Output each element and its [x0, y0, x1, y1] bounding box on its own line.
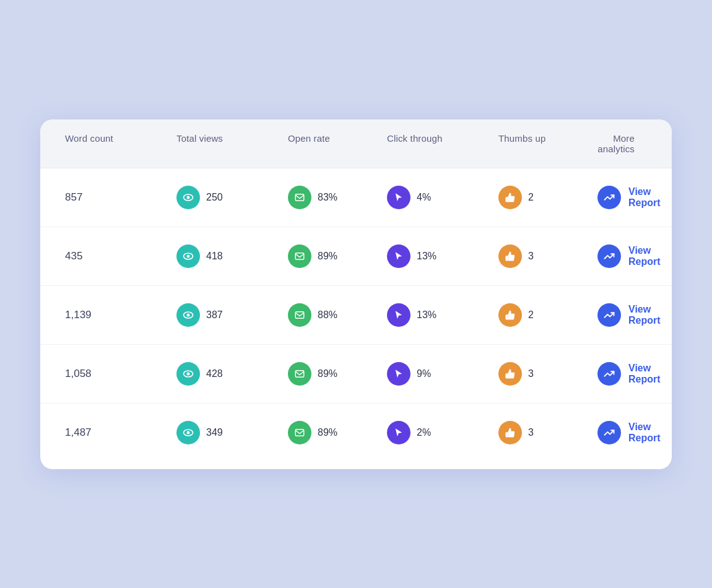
cell-word-count: 1,058 [65, 368, 176, 380]
thumbsup-icon [498, 244, 522, 268]
cell-word-count: 1,139 [65, 309, 176, 321]
table-row: 857 250 83% [40, 168, 672, 227]
word-count-value: 1,139 [65, 309, 92, 321]
word-count-value: 1,058 [65, 368, 92, 380]
cell-thumbs-up: 3 [498, 244, 597, 268]
total-views-value: 349 [206, 427, 223, 438]
svg-point-7 [187, 313, 190, 316]
envelope-icon [288, 303, 311, 327]
analytics-icon [597, 362, 621, 386]
eye-icon [176, 303, 200, 327]
cell-click-through: 13% [387, 303, 498, 327]
word-count-value: 1,487 [65, 426, 92, 439]
eye-icon [176, 186, 200, 209]
thumbs-up-value: 2 [528, 309, 534, 321]
table-body: 857 250 83% [40, 168, 672, 462]
cell-thumbs-up: 2 [498, 303, 597, 327]
thumbsup-icon [498, 421, 522, 444]
header-total-views: Total views [176, 133, 288, 154]
cursor-icon [387, 244, 410, 268]
cell-total-views: 418 [176, 244, 288, 268]
table-header: Word count Total views Open rate Click t… [40, 119, 672, 168]
click-through-value: 13% [417, 309, 436, 321]
cell-click-through: 9% [387, 362, 498, 386]
cell-view-report: View Report [597, 303, 661, 327]
svg-rect-2 [295, 194, 304, 201]
analytics-icon [597, 421, 621, 444]
cell-thumbs-up: 3 [498, 421, 597, 444]
cell-word-count: 857 [65, 191, 176, 204]
svg-point-4 [187, 254, 190, 257]
envelope-icon [288, 244, 311, 268]
total-views-value: 428 [206, 368, 223, 379]
thumbsup-icon [498, 362, 522, 386]
table-row: 1,058 428 89% [40, 345, 672, 404]
word-count-value: 435 [65, 250, 82, 262]
analytics-icon [597, 244, 621, 268]
cell-total-views: 349 [176, 421, 288, 444]
cell-view-report: View Report [597, 186, 661, 209]
envelope-icon [288, 186, 311, 209]
view-report-button[interactable]: View Report [628, 186, 661, 209]
analytics-table-card: Word count Total views Open rate Click t… [40, 119, 672, 469]
click-through-value: 9% [417, 368, 431, 379]
view-report-button[interactable]: View Report [628, 245, 661, 267]
cell-word-count: 1,487 [65, 426, 176, 439]
header-click-through: Click through [387, 133, 498, 154]
analytics-icon [597, 186, 621, 209]
total-views-value: 387 [206, 309, 223, 321]
svg-rect-14 [295, 429, 304, 436]
cell-total-views: 387 [176, 303, 288, 327]
view-report-button[interactable]: View Report [628, 363, 661, 385]
eye-icon [176, 362, 200, 386]
click-through-value: 4% [417, 192, 431, 203]
open-rate-value: 89% [318, 251, 337, 262]
open-rate-value: 88% [318, 309, 337, 321]
svg-rect-5 [295, 253, 304, 259]
svg-rect-11 [295, 370, 304, 377]
cell-open-rate: 89% [288, 362, 387, 386]
cell-click-through: 2% [387, 421, 498, 444]
cursor-icon [387, 186, 410, 209]
total-views-value: 418 [206, 251, 223, 262]
svg-point-13 [187, 431, 190, 434]
table-row: 1,487 349 89% [40, 404, 672, 462]
cell-open-rate: 83% [288, 186, 387, 209]
click-through-value: 2% [417, 427, 431, 438]
envelope-icon [288, 362, 311, 386]
thumbs-up-value: 3 [528, 427, 534, 438]
thumbsup-icon [498, 186, 522, 209]
open-rate-value: 89% [318, 427, 337, 438]
cell-view-report: View Report [597, 244, 661, 268]
cell-view-report: View Report [597, 421, 661, 444]
cursor-icon [387, 303, 410, 327]
cell-open-rate: 88% [288, 303, 387, 327]
thumbs-up-value: 3 [528, 368, 534, 379]
cell-click-through: 13% [387, 244, 498, 268]
header-thumbs-up: Thumbs up [498, 133, 597, 154]
view-report-button[interactable]: View Report [628, 422, 661, 444]
cell-open-rate: 89% [288, 244, 387, 268]
open-rate-value: 83% [318, 192, 337, 203]
cell-thumbs-up: 2 [498, 186, 597, 209]
cursor-icon [387, 421, 410, 444]
eye-icon [176, 421, 200, 444]
table-row: 1,139 387 88% [40, 286, 672, 345]
thumbs-up-value: 3 [528, 251, 534, 262]
svg-point-1 [187, 196, 190, 199]
analytics-icon [597, 303, 621, 327]
header-open-rate: Open rate [288, 133, 387, 154]
thumbs-up-value: 2 [528, 192, 534, 203]
open-rate-value: 89% [318, 368, 337, 379]
cell-open-rate: 89% [288, 421, 387, 444]
cursor-icon [387, 362, 410, 386]
svg-rect-8 [295, 311, 304, 318]
total-views-value: 250 [206, 192, 223, 203]
header-word-count: Word count [65, 133, 176, 154]
word-count-value: 857 [65, 191, 82, 204]
cell-total-views: 428 [176, 362, 288, 386]
click-through-value: 13% [417, 251, 436, 262]
cell-total-views: 250 [176, 186, 288, 209]
eye-icon [176, 244, 200, 268]
view-report-button[interactable]: View Report [628, 304, 661, 326]
